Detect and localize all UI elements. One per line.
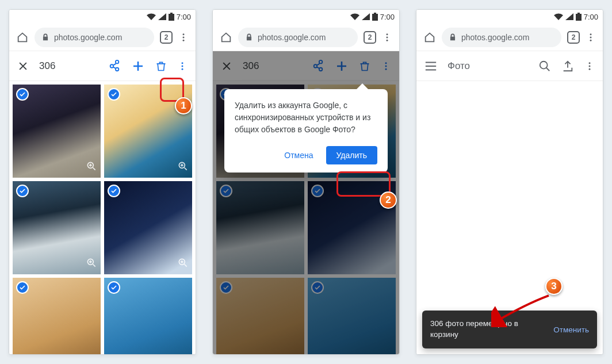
close-selection-icon — [221, 60, 232, 72]
signal-icon — [362, 13, 370, 20]
svg-point-26 — [589, 62, 591, 64]
svg-rect-20 — [576, 14, 582, 21]
lock-icon — [41, 33, 49, 41]
svg-point-14 — [387, 33, 388, 35]
app-menu-icon — [381, 61, 391, 71]
close-selection-icon[interactable] — [17, 60, 29, 72]
snackbar-undo-button[interactable]: Отменить — [553, 325, 589, 334]
svg-rect-1 — [170, 13, 173, 14]
svg-point-6 — [182, 65, 183, 67]
lock-icon — [245, 33, 253, 41]
wifi-icon — [554, 13, 563, 20]
delete-confirm-dialog: Удалить из аккаунта Google, с синхронизи… — [224, 89, 388, 173]
main-app-bar: Фото — [416, 51, 603, 81]
selection-app-bar: 306 — [213, 51, 399, 81]
battery-icon — [169, 13, 174, 21]
photo-thumb[interactable] — [13, 278, 101, 354]
url-text: photos.google.com — [258, 33, 326, 42]
svg-point-17 — [385, 62, 387, 64]
photo-thumb[interactable] — [104, 278, 192, 354]
tabs-button[interactable]: 2 — [364, 31, 376, 44]
dialog-pointer-icon — [357, 83, 368, 89]
svg-rect-13 — [374, 13, 376, 14]
browser-chrome: photos.google.com 2 — [416, 24, 603, 51]
wifi-icon — [147, 13, 156, 20]
status-time: 7:00 — [584, 13, 598, 21]
screen-2-dialog: 7:00 photos.google.com 2 306 — [212, 9, 400, 355]
check-icon — [108, 88, 120, 101]
svg-point-28 — [589, 68, 591, 70]
home-icon[interactable] — [16, 31, 29, 44]
annotation-callout-3: 3 — [545, 278, 563, 295]
browser-menu-icon[interactable] — [586, 32, 596, 43]
selection-count: 306 — [39, 60, 55, 72]
svg-point-25 — [540, 61, 548, 68]
snackbar: 306 фото перемещено в корзину Отменить — [422, 311, 597, 348]
zoom-icon[interactable] — [177, 160, 189, 174]
svg-point-24 — [590, 39, 592, 41]
app-title: Фото — [447, 60, 470, 72]
svg-point-7 — [182, 68, 183, 70]
annotation-callout-2: 2 — [380, 191, 397, 209]
app-menu-icon[interactable] — [177, 61, 188, 71]
upload-icon[interactable] — [561, 60, 574, 72]
add-icon — [335, 59, 349, 73]
dialog-confirm-button[interactable]: Удалить — [326, 146, 377, 164]
svg-rect-12 — [372, 14, 378, 21]
menu-icon[interactable] — [424, 61, 437, 71]
annotation-callout-1: 1 — [175, 97, 192, 114]
zoom-icon[interactable] — [177, 257, 189, 271]
status-time: 7:00 — [177, 13, 191, 21]
check-icon — [16, 185, 29, 197]
delete-icon[interactable] — [155, 60, 167, 72]
browser-chrome: photos.google.com 2 — [9, 24, 196, 51]
home-icon[interactable] — [220, 31, 232, 44]
url-bar[interactable]: photos.google.com — [35, 28, 154, 47]
svg-point-2 — [183, 33, 185, 35]
photo-thumb[interactable] — [104, 181, 192, 274]
svg-point-19 — [385, 68, 387, 70]
url-text: photos.google.com — [461, 33, 529, 42]
share-icon[interactable] — [108, 60, 121, 72]
check-icon — [16, 88, 29, 101]
svg-point-16 — [387, 39, 388, 41]
delete-icon — [359, 60, 370, 72]
lock-icon — [449, 33, 457, 41]
dialog-message: Удалить из аккаунта Google, с синхронизи… — [235, 99, 377, 136]
app-menu-icon[interactable] — [584, 61, 595, 71]
status-bar: 7:00 — [213, 10, 399, 24]
search-icon[interactable] — [538, 60, 551, 72]
home-icon[interactable] — [423, 31, 436, 44]
dialog-cancel-button[interactable]: Отмена — [278, 146, 319, 164]
snackbar-message: 306 фото перемещено в корзину — [430, 319, 544, 340]
svg-point-5 — [182, 62, 183, 64]
battery-icon — [576, 13, 582, 21]
status-bar: 7:00 — [416, 10, 603, 24]
status-bar: 7:00 — [9, 10, 196, 24]
svg-point-27 — [589, 65, 591, 67]
tabs-button[interactable]: 2 — [160, 31, 173, 44]
url-bar[interactable]: photos.google.com — [238, 28, 358, 47]
signal-icon — [565, 13, 573, 20]
screen-3-result: 7:00 photos.google.com 2 Фото 306 фото п… — [416, 9, 603, 355]
check-icon — [108, 185, 120, 197]
photo-thumb[interactable] — [13, 181, 101, 274]
browser-menu-icon[interactable] — [178, 32, 189, 43]
svg-point-22 — [590, 33, 592, 35]
zoom-icon[interactable] — [86, 160, 97, 174]
add-icon[interactable] — [131, 59, 145, 73]
svg-rect-0 — [169, 14, 174, 21]
browser-menu-icon[interactable] — [382, 32, 392, 43]
url-bar[interactable]: photos.google.com — [442, 28, 561, 47]
share-icon — [312, 60, 324, 72]
svg-point-15 — [387, 36, 388, 38]
zoom-icon[interactable] — [86, 257, 97, 271]
status-time: 7:00 — [380, 13, 395, 21]
svg-rect-21 — [577, 13, 580, 14]
check-icon — [16, 281, 29, 294]
svg-point-23 — [590, 36, 592, 38]
photo-thumb[interactable] — [13, 85, 101, 178]
check-icon — [108, 281, 120, 294]
tabs-button[interactable]: 2 — [567, 31, 580, 44]
battery-icon — [372, 13, 378, 21]
